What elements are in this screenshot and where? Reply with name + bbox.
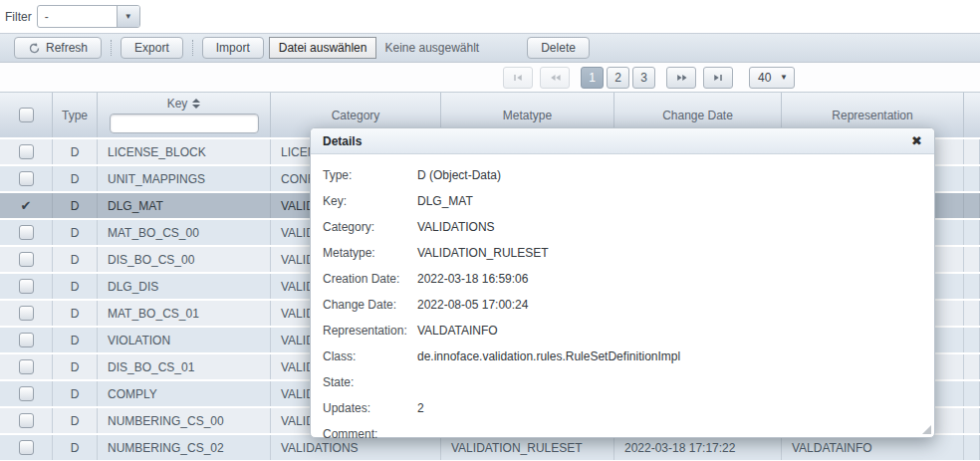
row-checkbox[interactable] bbox=[19, 252, 34, 267]
cell-select bbox=[0, 166, 53, 191]
dialog-field-row: Updates: 2 bbox=[323, 395, 934, 421]
dialog-field-row: Category: VALIDATIONS bbox=[323, 214, 934, 240]
dialog-field-label: Change Date: bbox=[323, 298, 417, 312]
dialog-field-row: Comment: bbox=[323, 421, 934, 447]
chevron-down-icon: ▼ bbox=[780, 73, 788, 82]
cell-type: D bbox=[53, 354, 98, 379]
file-choose-button[interactable]: Datei auswählen bbox=[269, 37, 377, 59]
cell-type: D bbox=[53, 220, 98, 245]
key-filter-input[interactable] bbox=[110, 114, 259, 133]
row-checkbox[interactable] bbox=[19, 359, 34, 374]
next-page-button[interactable] bbox=[666, 67, 696, 89]
row-checkmark-icon[interactable]: ✔ bbox=[21, 198, 32, 213]
header-change-date-label: Change Date bbox=[662, 109, 733, 122]
row-checkbox[interactable] bbox=[19, 306, 34, 321]
cell-filler bbox=[964, 139, 980, 164]
seek-last-icon bbox=[712, 72, 724, 84]
header-type: Type bbox=[53, 93, 98, 137]
dialog-field-value: 2022-03-18 16:59:06 bbox=[417, 272, 528, 286]
cell-type: D bbox=[53, 193, 98, 218]
refresh-label: Refresh bbox=[46, 41, 88, 55]
row-checkbox[interactable] bbox=[19, 333, 34, 347]
cell-select: ✔ bbox=[0, 193, 53, 218]
dialog-field-label: Creation Date: bbox=[323, 272, 417, 286]
row-checkbox[interactable] bbox=[19, 225, 34, 240]
header-metatype-label: Metatype bbox=[503, 109, 552, 122]
page-button-2[interactable]: 2 bbox=[607, 67, 629, 89]
page-button-1[interactable]: 1 bbox=[581, 67, 604, 89]
dialog-body: Type: D (Object-Data) Key: DLG_MAT Categ… bbox=[311, 154, 934, 447]
cell-filler bbox=[964, 193, 980, 218]
cell-filler bbox=[964, 381, 980, 406]
seek-next-icon bbox=[675, 72, 688, 84]
cell-select bbox=[0, 139, 53, 164]
cell-key: DIS_BO_CS_00 bbox=[98, 247, 271, 272]
dialog-field-label: Category: bbox=[323, 220, 417, 234]
cell-type: D bbox=[53, 435, 98, 460]
cell-key: COMPLY bbox=[98, 381, 271, 406]
row-checkbox[interactable] bbox=[19, 171, 34, 186]
cell-key: LICENSE_BLOCK bbox=[98, 139, 271, 164]
page-button-3[interactable]: 3 bbox=[632, 67, 655, 89]
cell-key: NUMBERING_CS_02 bbox=[98, 435, 271, 460]
sort-icon bbox=[192, 99, 200, 109]
header-select-all-cell bbox=[0, 93, 53, 137]
dialog-field-value: DLG_MAT bbox=[417, 194, 473, 208]
last-page-button[interactable] bbox=[703, 67, 733, 89]
key-sort-control[interactable]: Key bbox=[167, 97, 201, 111]
file-status-text: Keine ausgewählt bbox=[384, 41, 479, 55]
dialog-field-row: Class: de.innoface.validation.rules.Rule… bbox=[323, 344, 934, 369]
cell-key: VIOLATION bbox=[98, 328, 271, 352]
delete-button[interactable]: Delete bbox=[527, 37, 590, 59]
filter-dropdown-value: - bbox=[38, 6, 117, 27]
select-all-checkbox[interactable] bbox=[19, 108, 34, 122]
page-size-select[interactable]: 40 ▼ bbox=[749, 67, 795, 89]
cell-filler bbox=[964, 166, 980, 191]
seek-first-icon bbox=[512, 72, 524, 84]
header-key: Key bbox=[98, 93, 271, 137]
cell-type: D bbox=[53, 247, 98, 272]
row-checkbox[interactable] bbox=[19, 279, 34, 294]
cell-filler bbox=[964, 274, 980, 299]
header-type-label: Type bbox=[62, 109, 88, 122]
dialog-field-label: Comment: bbox=[323, 427, 417, 441]
cell-select bbox=[0, 274, 53, 299]
row-checkbox[interactable] bbox=[19, 413, 34, 428]
row-checkbox[interactable] bbox=[19, 386, 34, 401]
row-checkbox[interactable] bbox=[19, 440, 34, 455]
close-icon[interactable]: ✖ bbox=[911, 134, 922, 147]
refresh-button[interactable]: Refresh bbox=[14, 37, 102, 59]
dialog-field-label: State: bbox=[323, 375, 417, 389]
cell-key: DLG_DIS bbox=[98, 274, 271, 299]
seek-prev-icon bbox=[549, 72, 562, 84]
cell-select bbox=[0, 247, 53, 272]
toolbar-separator bbox=[111, 40, 112, 56]
filter-dropdown[interactable]: - ▼ bbox=[37, 5, 140, 28]
cell-filler bbox=[964, 354, 980, 379]
header-filler bbox=[964, 93, 980, 137]
resize-grip-icon[interactable] bbox=[922, 425, 931, 434]
export-button[interactable]: Export bbox=[121, 37, 183, 59]
cell-select bbox=[0, 381, 53, 406]
cell-key: MAT_BO_CS_01 bbox=[98, 301, 271, 326]
dialog-field-row: Representation: VALDATAINFO bbox=[323, 318, 934, 344]
dialog-field-label: Key: bbox=[323, 194, 417, 208]
dialog-field-value: 2 bbox=[417, 401, 424, 415]
dialog-field-row: State: bbox=[323, 369, 934, 395]
cell-select bbox=[0, 408, 53, 433]
export-label: Export bbox=[134, 41, 169, 55]
dialog-field-value: VALDATAINFO bbox=[417, 324, 498, 338]
row-checkbox[interactable] bbox=[19, 144, 34, 159]
import-button[interactable]: Import bbox=[202, 37, 264, 59]
dialog-field-label: Class: bbox=[323, 349, 417, 363]
page-size-value: 40 bbox=[758, 71, 771, 85]
toolbar-separator bbox=[192, 40, 193, 56]
cell-key: DIS_BO_CS_01 bbox=[98, 354, 271, 379]
dialog-field-value: VALIDATION_RULESET bbox=[417, 246, 549, 260]
dialog-header[interactable]: Details ✖ bbox=[311, 128, 934, 154]
dialog-field-row: Change Date: 2022-08-05 17:00:24 bbox=[323, 292, 934, 318]
cell-select bbox=[0, 354, 53, 379]
delete-label: Delete bbox=[541, 41, 576, 55]
cell-filler bbox=[964, 247, 980, 272]
chevron-down-icon[interactable]: ▼ bbox=[117, 6, 139, 27]
